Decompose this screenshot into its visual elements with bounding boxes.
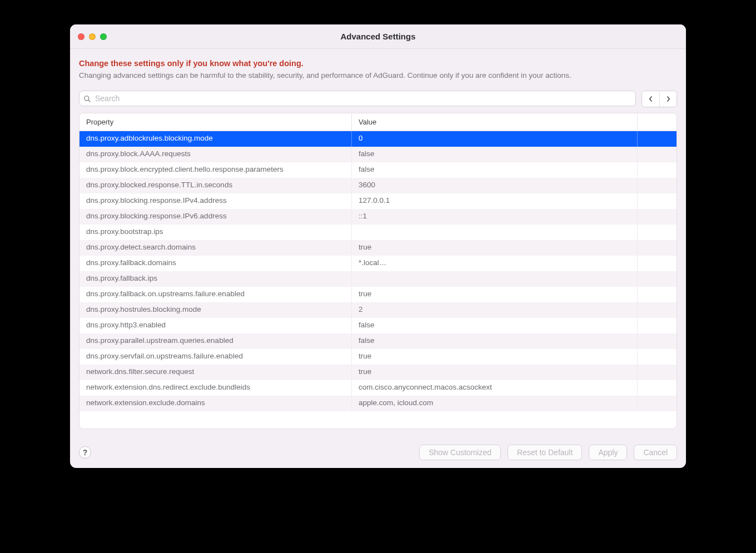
table-body: dns.proxy.adblockrules.blocking.mode0dns… xyxy=(79,131,677,411)
cell-value xyxy=(352,271,638,287)
cancel-button[interactable]: Cancel xyxy=(634,445,677,460)
footer: ? Show Customized Reset to Default Apply… xyxy=(70,437,686,468)
titlebar: Advanced Settings xyxy=(70,24,686,49)
cell-spacer xyxy=(638,287,677,302)
cell-spacer xyxy=(638,147,677,162)
search-icon xyxy=(83,95,91,103)
table-header: Property Value xyxy=(79,113,677,131)
cell-property: dns.proxy.blocking.response.IPv6.address xyxy=(79,209,352,225)
table-row[interactable]: dns.proxy.fallback.on.upstreams.failure.… xyxy=(79,287,677,302)
cell-value: *.local… xyxy=(352,256,638,271)
svg-line-1 xyxy=(88,100,91,102)
nav-back-button[interactable] xyxy=(642,91,659,107)
warning-title: Change these settings only if you know w… xyxy=(79,59,677,68)
cell-property: dns.proxy.block.encrypted.client.hello.r… xyxy=(79,162,352,178)
table-row[interactable]: dns.proxy.fallback.ips xyxy=(79,271,677,287)
table-row[interactable]: dns.proxy.hostrules.blocking.mode2 xyxy=(79,302,677,318)
cell-property: dns.proxy.servfail.on.upstreams.failure.… xyxy=(79,349,352,365)
table-row[interactable]: dns.proxy.detect.search.domainstrue xyxy=(79,240,677,256)
cell-property: dns.proxy.block.AAAA.requests xyxy=(79,147,352,162)
cell-spacer xyxy=(638,225,677,240)
cell-value: false xyxy=(352,147,638,162)
table-row[interactable]: network.dns.filter.secure.requesttrue xyxy=(79,365,677,380)
table-row[interactable]: dns.proxy.bootstrap.ips xyxy=(79,225,677,240)
cell-value: 0 xyxy=(352,131,638,147)
cell-spacer xyxy=(638,396,677,411)
table-row[interactable]: dns.proxy.blocked.response.TTL.in.second… xyxy=(79,178,677,193)
table-row[interactable]: dns.proxy.servfail.on.upstreams.failure.… xyxy=(79,349,677,365)
cell-property: dns.proxy.http3.enabled xyxy=(79,318,352,333)
header-value[interactable]: Value xyxy=(352,113,638,131)
cell-property: network.dns.filter.secure.request xyxy=(79,365,352,380)
table-row[interactable]: network.extension.exclude.domainsapple.c… xyxy=(79,396,677,411)
content-area: Change these settings only if you know w… xyxy=(70,49,686,437)
cell-property: network.extension.dns.redirect.exclude.b… xyxy=(79,380,352,396)
table-row[interactable]: dns.proxy.http3.enabledfalse xyxy=(79,318,677,333)
table-row[interactable]: dns.proxy.block.encrypted.client.hello.r… xyxy=(79,162,677,178)
toolbar xyxy=(79,91,677,107)
table-row[interactable]: dns.proxy.blocking.response.IPv4.address… xyxy=(79,193,677,209)
cell-value: 127.0.0.1 xyxy=(352,193,638,209)
cell-property: dns.proxy.hostrules.blocking.mode xyxy=(79,302,352,318)
table-row[interactable]: dns.proxy.blocking.response.IPv6.address… xyxy=(79,209,677,225)
search-input[interactable] xyxy=(79,91,636,106)
cell-value: false xyxy=(352,318,638,333)
cell-spacer xyxy=(638,209,677,225)
cell-spacer xyxy=(638,333,677,349)
cell-value: apple.com, icloud.com xyxy=(352,396,638,411)
cell-value: 3600 xyxy=(352,178,638,193)
cell-spacer xyxy=(638,240,677,256)
cell-value: true xyxy=(352,349,638,365)
cell-property: dns.proxy.blocked.response.TTL.in.second… xyxy=(79,178,352,193)
chevron-left-icon xyxy=(648,96,654,102)
settings-window: Advanced Settings Change these settings … xyxy=(70,24,686,468)
help-button[interactable]: ? xyxy=(79,446,91,459)
cell-property: dns.proxy.fallback.domains xyxy=(79,256,352,271)
table-row[interactable]: dns.proxy.adblockrules.blocking.mode0 xyxy=(79,131,677,147)
cell-spacer xyxy=(638,178,677,193)
cell-value: ::1 xyxy=(352,209,638,225)
cell-value: true xyxy=(352,365,638,380)
table-row[interactable]: dns.proxy.fallback.domains*.local… xyxy=(79,256,677,271)
cell-property: dns.proxy.bootstrap.ips xyxy=(79,225,352,240)
header-property[interactable]: Property xyxy=(79,113,352,131)
cell-spacer xyxy=(638,318,677,333)
search-field-wrap xyxy=(79,91,636,107)
cell-property: dns.proxy.fallback.ips xyxy=(79,271,352,287)
reset-default-button[interactable]: Reset to Default xyxy=(508,445,582,460)
cell-property: dns.proxy.adblockrules.blocking.mode xyxy=(79,131,352,147)
cell-property: dns.proxy.parallel.upstream.queries.enab… xyxy=(79,333,352,349)
table-row[interactable]: dns.proxy.parallel.upstream.queries.enab… xyxy=(79,333,677,349)
nav-forward-button[interactable] xyxy=(659,91,677,107)
cell-spacer xyxy=(638,302,677,318)
cell-spacer xyxy=(638,380,677,396)
cell-value: false xyxy=(352,333,638,349)
cell-property: dns.proxy.blocking.response.IPv4.address xyxy=(79,193,352,209)
apply-button[interactable]: Apply xyxy=(589,445,627,460)
svg-point-0 xyxy=(84,96,89,101)
cell-spacer xyxy=(638,162,677,178)
cell-value: true xyxy=(352,287,638,302)
cell-property: dns.proxy.fallback.on.upstreams.failure.… xyxy=(79,287,352,302)
settings-table: Property Value dns.proxy.adblockrules.bl… xyxy=(79,113,677,429)
chevron-right-icon xyxy=(665,96,671,102)
window-title: Advanced Settings xyxy=(70,32,686,41)
cell-spacer xyxy=(638,365,677,380)
cell-property: network.extension.exclude.domains xyxy=(79,396,352,411)
show-customized-button[interactable]: Show Customized xyxy=(419,445,501,460)
cell-value: com.cisco.anyconnect.macos.acsockext xyxy=(352,380,638,396)
cell-property: dns.proxy.detect.search.domains xyxy=(79,240,352,256)
cell-value: false xyxy=(352,162,638,178)
cell-value: true xyxy=(352,240,638,256)
cell-spacer xyxy=(638,131,677,147)
cell-value: 2 xyxy=(352,302,638,318)
table-row[interactable]: dns.proxy.block.AAAA.requestsfalse xyxy=(79,147,677,162)
cell-spacer xyxy=(638,256,677,271)
history-nav xyxy=(641,91,677,107)
warning-subtitle: Changing advanced settings can be harmfu… xyxy=(79,71,677,79)
cell-spacer xyxy=(638,193,677,209)
table-row[interactable]: network.extension.dns.redirect.exclude.b… xyxy=(79,380,677,396)
header-spacer xyxy=(638,113,677,131)
cell-value xyxy=(352,225,638,240)
cell-spacer xyxy=(638,349,677,365)
